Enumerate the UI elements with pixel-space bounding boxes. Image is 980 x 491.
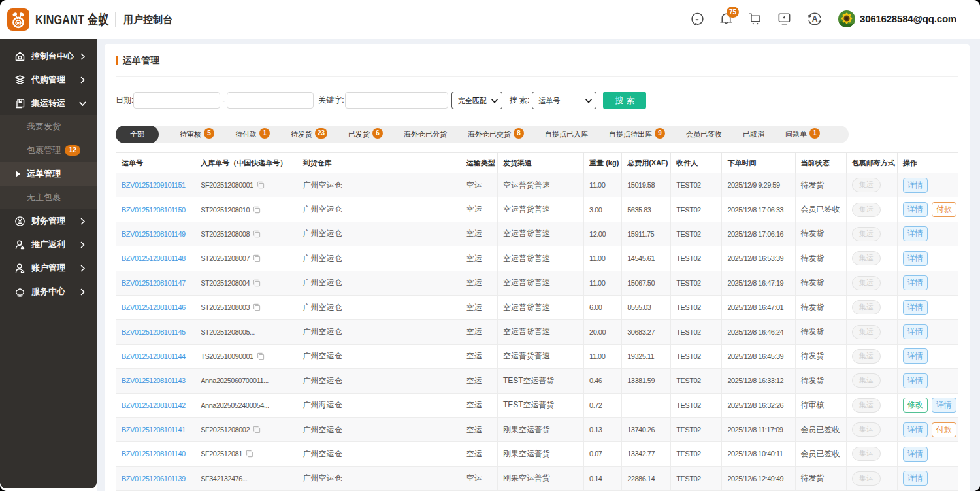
sidebar-item-unclaimed-packages[interactable]: 无主包裹 [0,186,97,209]
chevron-right-icon [79,241,86,248]
sidebar-item-referral[interactable]: 推广返利 [0,233,97,256]
sidebar-item-i-want-to-ship[interactable]: 我要发货 [0,115,97,139]
language-translate-icon[interactable]: A [807,11,823,27]
column-header: 运单号 [116,153,195,173]
tab-status-3[interactable]: 待发货23 [291,129,327,140]
waybill-link[interactable]: BZV01251208101142 [122,401,186,409]
status: 待发货 [801,229,825,238]
waybill-link[interactable]: BZV01251208101144 [122,352,186,360]
search-button[interactable]: 搜 索 [603,92,646,109]
sidebar-item-package-management[interactable]: 包裹管理 12 [0,139,97,162]
waybill-link[interactable]: BZV01251208101145 [122,328,186,336]
search-by-select[interactable]: 运单号 [532,92,596,109]
user-email[interactable]: 3061628584@qq.com [860,13,956,24]
copy-icon[interactable] [253,254,261,262]
notifications-bell-icon[interactable]: 75 [719,11,734,26]
waybill-link[interactable]: BZV01251208101149 [122,230,186,238]
shipping-channel: TEST空运普货 [503,400,555,409]
tab-count-badge: 6 [372,128,383,139]
sidebar-item-finance[interactable]: 财务管理 [0,209,97,233]
copy-icon[interactable] [253,303,261,311]
status: 待审核 [801,400,825,409]
tab-all[interactable]: 全部 [116,126,159,143]
tab-status-11[interactable]: 问题单1 [785,129,820,140]
date-to-input[interactable] [227,92,314,109]
receiver: TEST02 [676,401,700,409]
detail-button[interactable]: 详情 [932,398,956,413]
tab-status-5[interactable]: 海外仓已分货 [404,129,447,139]
pay-button[interactable]: 付款 [932,422,956,437]
edit-button[interactable]: 修改 [903,398,928,413]
console-title: 用户控制台 [123,14,172,26]
customer-service-icon[interactable] [690,11,705,26]
tab-status-9[interactable]: 会员已签收 [686,129,722,139]
waybill-link[interactable]: BZV01251208101146 [122,303,186,311]
copy-icon[interactable] [253,230,261,238]
shipping-method-tag: 集运 [852,325,881,339]
sidebar-item-purchasing[interactable]: 代购管理 [0,68,97,92]
sidebar-item-console-center[interactable]: 控制台中心 [0,44,97,68]
tracking-number: SF342132476... [201,475,247,483]
tab-status-1[interactable]: 待审核5 [180,129,214,140]
waybill-link[interactable]: BZV01251208101148 [122,254,186,262]
weight: 11.00 [589,279,605,287]
detail-button[interactable]: 详情 [903,324,928,339]
detail-button[interactable]: 详情 [903,300,928,315]
detail-button[interactable]: 详情 [903,447,928,462]
detail-button[interactable]: 详情 [903,373,928,388]
copy-icon[interactable] [246,450,253,458]
shopping-cart-icon[interactable] [747,11,762,26]
status: 待发货 [801,303,825,312]
chevron-right-icon [79,288,86,296]
waybill-link[interactable]: BZV01251208101147 [122,279,186,287]
keyword-input[interactable] [345,92,448,109]
table-row: BZV01251208101141SF20251208002广州空运仓空运刚果空… [116,417,958,441]
weight: 11.00 [589,254,605,262]
sidebar-item-account[interactable]: 账户管理 [0,256,97,280]
tracking-number: Anna2025052400054... [201,401,269,409]
waybill-link[interactable]: BZV01251208101140 [122,450,186,458]
waybill-link[interactable]: BZV01251208101141 [122,426,186,433]
waybill-link[interactable]: BZV01251206101139 [122,475,186,483]
tab-status-7[interactable]: 自提点已入库 [545,129,588,139]
match-mode-select[interactable]: 完全匹配 [451,92,502,109]
detail-button[interactable]: 详情 [903,202,928,217]
copy-icon[interactable] [253,426,261,433]
brand-logo[interactable]: KINGANT 金蚁 [0,8,109,31]
detail-button[interactable]: 详情 [903,178,928,193]
tab-status-10[interactable]: 已取消 [743,129,764,139]
detail-button[interactable]: 详情 [903,251,928,266]
pay-button[interactable]: 付款 [932,202,956,217]
copy-icon[interactable] [253,279,261,287]
detail-button[interactable]: 详情 [903,422,928,437]
detail-button[interactable]: 详情 [903,275,928,290]
home-icon [14,51,25,62]
sidebar-item-consolidation[interactable]: 集运转运 [0,92,97,115]
tab-status-8[interactable]: 自提点待出库9 [609,129,665,140]
sidebar-item-waybill-management[interactable]: 运单管理 [0,162,97,186]
tab-label: 自提点待出库 [609,129,652,139]
copy-icon[interactable] [253,206,261,214]
waybill-link[interactable]: BZV01251209101151 [122,181,186,189]
tab-status-2[interactable]: 待付款1 [235,129,270,140]
warehouse: 广州空运仓 [302,449,342,458]
date-from-input[interactable] [133,92,220,109]
content-card: 运单管理 日期: - 关键字: 完全匹配 [105,44,970,491]
table-row: BZV01251208101142Anna2025052400054...广州海… [116,393,958,417]
tab-status-4[interactable]: 已发货6 [348,129,383,140]
waybill-link[interactable]: BZV01251208101143 [122,377,186,384]
detail-button[interactable]: 详情 [903,226,928,241]
tab-status-6[interactable]: 海外仓已交货8 [468,129,524,140]
detail-button[interactable]: 详情 [903,348,928,364]
copy-icon[interactable] [257,352,265,360]
workbench-monitor-icon[interactable] [777,11,792,26]
chevron-right-icon [79,53,86,60]
sidebar-item-label: 我要发货 [27,121,61,133]
user-avatar[interactable] [838,10,855,27]
detail-button[interactable]: 详情 [903,471,928,486]
waybill-link[interactable]: BZV01251208101150 [122,206,186,214]
tab-label: 海外仓已分货 [404,129,447,139]
sidebar-item-service-center[interactable]: 服务中心 [0,280,97,303]
layers-icon [14,75,25,86]
copy-icon[interactable] [257,181,265,189]
